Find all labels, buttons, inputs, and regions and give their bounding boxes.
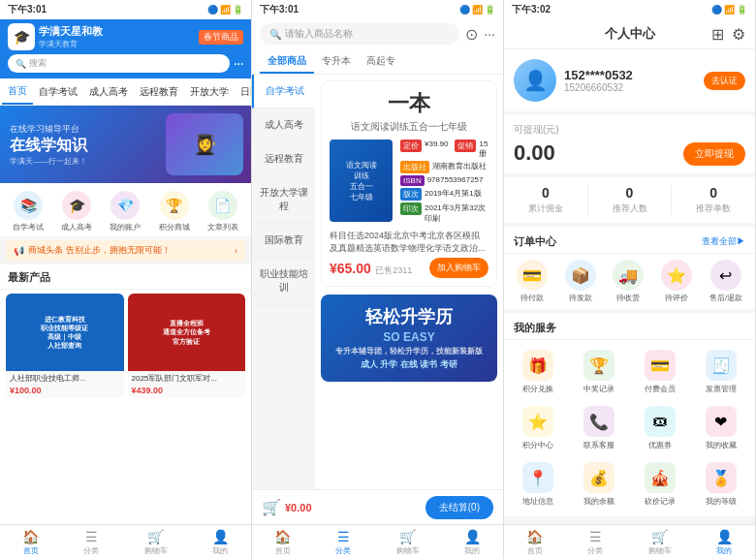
order-center-label: 订单中心 [514,234,556,249]
book-cover-img: 语文阅读训练五合一七年级 [330,140,393,222]
pending-pay-label: 待付款 [520,293,544,303]
icon-points[interactable]: 🏆 积分商城 [159,191,190,233]
pub-row: 出版社 湖南教育出版社 [400,161,488,173]
battery-icon-3: 🔋 [737,5,747,15]
date1-row: 版次 2019年4月第1版 [400,188,488,201]
logo-name: 学满天星和教 [39,24,103,39]
product-card-2[interactable]: 直播全程班通道全方位备考官方验证 2025军队部门文职军对... ¥439.00 [128,294,246,398]
product-card-1[interactable]: 进仁教育科技职业技能等级证高级｜中级人社部查询 人社部职业技电工师... ¥10… [6,294,124,398]
service-customer-service[interactable]: 📞 联系客服 [571,402,628,454]
nav-more[interactable]: 日B [235,78,251,105]
p1-nav-home[interactable]: 🏠 首页 [22,529,39,556]
p1-nav-mine[interactable]: 👤 我的 [212,529,229,556]
book-subtitle: 语文阅读训练五合一七年级 [330,120,488,134]
p1-ad-banner[interactable]: 📢 商城头条 告别止步，拥抱无限可能！ › [6,240,245,261]
scan-icon[interactable]: ⊙ [465,25,478,44]
p3-nav-category[interactable]: ☰ 分类 [587,529,603,556]
withdraw-button[interactable]: 立即提现 [683,142,745,166]
nav-zikao[interactable]: 自学考试 [33,78,83,105]
order-refund[interactable]: ↩ 售后/退款 [709,260,742,303]
p2-nav-cart[interactable]: 🛒 购物车 [396,529,420,556]
icon-chengren[interactable]: 🎓 成人高考 [61,191,92,233]
home-label: 首页 [23,545,39,556]
pub-val: 湖南教育出版社 [432,161,487,171]
p3-nav-home[interactable]: 🏠 首页 [526,529,543,556]
p1-nav-category[interactable]: ☰ 分类 [83,529,99,556]
view-all-button[interactable]: 查看全部▶ [702,235,745,248]
service-balance[interactable]: 💰 我的余额 [571,458,628,511]
ad-arrow: › [235,246,237,256]
order-section-header: 订单中心 查看全部▶ [504,227,755,254]
service-points-center[interactable]: ⭐ 积分中心 [510,402,567,454]
sold-count: 已售2311 [375,265,412,275]
p2-nav-mine[interactable]: 👤 我的 [464,529,481,556]
p3-balance-card: 可提现(元) 0.00 立即提现 [504,115,755,173]
p2-nav-home[interactable]: 🏠 首页 [274,529,291,556]
cart-icon-bar: 🛒 ¥0.00 [262,498,312,516]
spring-tag[interactable]: 春节商品 [199,30,243,45]
service-level[interactable]: 🏅 我的等级 [692,458,749,511]
cart-icon-3: 🛒 [651,529,668,544]
product-img-1: 进仁教育科技职业技能等级证高级｜中级人社部查询 [6,294,124,371]
service-paid-member[interactable]: 💳 付费会员 [632,346,689,398]
order-pending-review[interactable]: ⭐ 待评价 [661,260,692,303]
p1-banner-text: 在线学习辅导平台 在线学知识 学满天——行一起来！ [10,123,87,167]
p2-search-box[interactable]: 🔍 请输入商品名称 [260,23,459,45]
order-pending-pay[interactable]: 💳 待付款 [517,260,548,303]
balance-icon: 💰 [583,462,614,493]
more-icon[interactable]: ··· [234,55,243,73]
category-label-2: 分类 [335,545,351,556]
nav-chengren[interactable]: 成人高考 [83,78,134,105]
time-1: 下午3:01 [8,3,47,16]
p3-nav-mine[interactable]: 👤 我的 [716,529,733,556]
p3-nav-cart[interactable]: 🛒 购物车 [648,529,672,556]
sidebar-zhiye[interactable]: 职业技能培训 [252,258,315,305]
icon-zikao[interactable]: 📚 自学考试 [13,191,44,233]
tab-gaoqizhuan[interactable]: 高起专 [359,50,403,74]
service-favorites[interactable]: ❤ 我的收藏 [692,402,749,454]
settings-icon[interactable]: ⚙ [732,25,745,44]
chengren-icon: 🎓 [62,191,91,220]
nav-kaifang[interactable]: 开放大学 [184,78,235,105]
cart-icon-2: 🛒 [399,529,416,544]
signal-icon: 📶 [220,5,231,15]
balance-row: 0.00 立即提现 [514,140,745,166]
nav-yuancheng[interactable]: 远程教育 [134,78,184,105]
service-bargain[interactable]: 🎪 砍价记录 [632,458,689,511]
service-points-exchange[interactable]: 🎁 积分兑换 [510,346,567,398]
sidebar-kaifang[interactable]: 开放大学课程 [252,176,315,224]
coupons-label: 优惠券 [648,440,672,450]
service-invoice[interactable]: 🧾 发票管理 [692,346,749,398]
service-prize-records[interactable]: 🏆 中奖记录 [571,346,628,398]
paid-member-icon: 💳 [645,350,676,381]
tab-all[interactable]: 全部商品 [260,50,314,74]
checkout-button[interactable]: 去结算(0) [425,496,493,519]
refund-icon: ↩ [710,260,741,291]
nav-home[interactable]: 首页 [2,78,33,105]
sidebar-chengren[interactable]: 成人高考 [252,109,315,142]
service-address[interactable]: 📍 地址信息 [510,458,567,511]
status-bar-3: 下午3:02 🔵 📶 🔋 [504,0,755,19]
p1-nav-cart[interactable]: 🛒 购物车 [144,529,168,556]
qr-icon[interactable]: ⊞ [711,25,724,44]
more-icon-2[interactable]: ··· [484,26,495,42]
category-label-3: 分类 [587,545,603,556]
icon-account[interactable]: 💎 我的账户 [110,191,141,233]
tab-zhuanshengben[interactable]: 专升本 [314,50,359,74]
icon-articles[interactable]: 📄 文章列表 [207,191,238,233]
p2-nav-category[interactable]: ☰ 分类 [335,529,351,556]
order-pending-ship[interactable]: 📦 待发款 [565,260,596,303]
sidebar-guoji[interactable]: 国际教育 [252,224,315,258]
search-icon-2: 🔍 [269,29,281,40]
add-to-cart-button[interactable]: 加入购物车 [429,258,488,278]
order-pending-receive[interactable]: 🚚 待收货 [613,260,644,303]
p3-header: 个人中心 ⊞ ⚙ [504,19,755,49]
p3-profile-card: 👤 152****0532 15206660532 去认证 [504,49,755,111]
sidebar-zikao[interactable]: 自学考试 [252,75,315,109]
p1-search-box[interactable]: 🔍 搜索 [8,54,230,73]
service-coupons[interactable]: 🎟 优惠券 [632,402,689,454]
cart-label-3: 购物车 [648,545,672,556]
avatar: 👤 [514,59,556,102]
sidebar-yuancheng[interactable]: 远程教育 [252,142,315,176]
cert-button[interactable]: 去认证 [704,72,745,90]
